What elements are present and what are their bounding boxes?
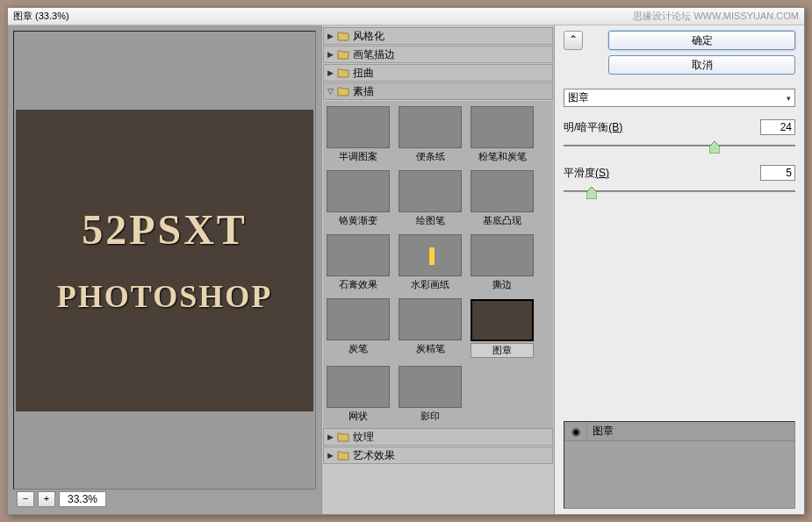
- triangle-right-icon: ▶: [327, 68, 334, 77]
- thumb-label: 基底凸现: [471, 214, 534, 227]
- slider-track-line: [564, 145, 795, 147]
- balance-label: 明/暗平衡(B): [564, 120, 622, 135]
- thumb-image: [471, 170, 534, 212]
- filter-select[interactable]: 图章 ▾: [564, 89, 795, 107]
- category-label: 素描: [353, 84, 374, 99]
- smoothness-slider[interactable]: [564, 184, 795, 198]
- filter-water-paper[interactable]: 水彩画纸: [399, 234, 462, 291]
- folder-icon: [337, 30, 349, 42]
- filter-reticulation[interactable]: 网状: [327, 366, 390, 423]
- folder-icon: [337, 48, 349, 61]
- thumb-image: [471, 106, 534, 148]
- parameters-panel: ⌃ 确定 取消 图章 ▾ 明/暗平衡(B) 24: [555, 25, 804, 514]
- balance-slider[interactable]: [564, 139, 795, 153]
- folder-icon: [337, 85, 349, 97]
- visibility-icon[interactable]: ◉: [564, 422, 587, 441]
- folder-icon: [337, 431, 349, 443]
- filter-charcoal[interactable]: 炭笔: [327, 298, 390, 359]
- preview-controls: − + 33.3%: [13, 490, 316, 509]
- zoom-out-button[interactable]: −: [17, 491, 34, 507]
- filter-graphic-pen[interactable]: 绘图笔: [399, 170, 462, 227]
- category-brush-strokes[interactable]: ▶ 画笔描边: [323, 46, 553, 63]
- thumb-label: 图章: [471, 343, 534, 358]
- thumb-image: [399, 170, 462, 212]
- category-stylize[interactable]: ▶ 风格化: [323, 27, 553, 45]
- slider-handle[interactable]: [586, 187, 597, 199]
- category-label: 艺术效果: [353, 448, 395, 463]
- effect-layer-row[interactable]: ◉ 图章: [564, 422, 794, 441]
- effect-layers-panel: ◉ 图章: [564, 421, 795, 509]
- filter-halftone-pattern[interactable]: 半调图案: [327, 106, 390, 163]
- thumb-label: 撕边: [471, 278, 534, 291]
- category-texture[interactable]: ▶ 纹理: [323, 428, 553, 446]
- thumb-label: 石膏效果: [327, 278, 390, 291]
- filter-chrome[interactable]: 铬黄渐变: [327, 170, 390, 227]
- zoom-value[interactable]: 33.3%: [59, 491, 106, 507]
- triangle-right-icon: ▶: [327, 451, 334, 460]
- effect-layer-name: 图章: [587, 424, 619, 439]
- filter-conte-crayon[interactable]: 炭精笔: [399, 298, 462, 359]
- preview-viewport[interactable]: 52PSXT PHOTOSHOP: [13, 31, 316, 490]
- thumb-image: [399, 366, 462, 408]
- balance-input[interactable]: 24: [760, 119, 795, 135]
- chevron-down-icon: ▾: [787, 94, 791, 103]
- thumb-label: 网状: [327, 410, 390, 423]
- smoothness-input[interactable]: 5: [760, 165, 795, 181]
- preview-panel: 52PSXT PHOTOSHOP − + 33.3%: [8, 25, 321, 514]
- thumb-label: 影印: [399, 410, 462, 423]
- triangle-right-icon: ▶: [327, 50, 334, 59]
- window-title: 图章 (33.3%): [13, 10, 69, 23]
- thumb-image: [327, 298, 390, 340]
- filter-photocopy[interactable]: 影印: [399, 366, 462, 423]
- triangle-right-icon: ▶: [327, 433, 334, 441]
- filter-thumbnails: 半调图案 便条纸 粉笔和炭笔 铬黄渐变 绘图笔 基底凸现 石膏效果 水彩画纸 撕…: [323, 101, 553, 428]
- filter-note-paper[interactable]: 便条纸: [399, 106, 462, 163]
- thumb-label: 水彩画纸: [399, 278, 462, 291]
- cancel-button[interactable]: 取消: [608, 55, 795, 75]
- thumb-image: [327, 170, 390, 212]
- zoom-in-button[interactable]: +: [38, 491, 55, 507]
- category-distort[interactable]: ▶ 扭曲: [323, 64, 553, 82]
- preview-text-1: 52PSXT: [82, 205, 248, 254]
- smoothness-label: 平滑度(S): [564, 166, 609, 181]
- filter-stamp[interactable]: 图章: [471, 298, 534, 359]
- thumb-label: 炭笔: [327, 342, 390, 355]
- folder-icon: [337, 449, 349, 461]
- thumb-label: 铬黄渐变: [327, 214, 390, 227]
- thumb-image: [399, 234, 462, 276]
- thumb-image: [399, 106, 462, 148]
- thumb-image: [471, 234, 534, 276]
- titlebar: 图章 (33.3%) 思缘设计论坛 WWW.MISSYUAN.COM: [8, 8, 804, 25]
- filter-plaster[interactable]: 石膏效果: [327, 234, 390, 291]
- thumb-label: 便条纸: [399, 150, 462, 163]
- filter-torn-edges[interactable]: 撕边: [471, 234, 534, 291]
- filter-select-value: 图章: [568, 90, 589, 105]
- thumb-label: 半调图案: [327, 150, 390, 163]
- ok-button[interactable]: 确定: [608, 31, 795, 50]
- thumb-image: [327, 234, 390, 276]
- chevron-up-icon: ⌃: [569, 33, 578, 46]
- thumb-label: 绘图笔: [399, 214, 462, 227]
- slider-handle[interactable]: [709, 141, 720, 154]
- category-label: 扭曲: [353, 66, 374, 81]
- folder-icon: [337, 67, 349, 79]
- dialog-content: 52PSXT PHOTOSHOP − + 33.3% ▶ 风格化 ▶ 画笔描边: [8, 25, 804, 514]
- collapse-panel-button[interactable]: ⌃: [564, 31, 583, 50]
- thumb-image: [327, 366, 390, 408]
- filter-gallery-dialog: 图章 (33.3%) 思缘设计论坛 WWW.MISSYUAN.COM 52PSX…: [7, 7, 805, 515]
- thumb-label: 炭精笔: [399, 342, 462, 355]
- thumb-image: [399, 298, 462, 340]
- thumb-image: [327, 106, 390, 148]
- filter-chalk-charcoal[interactable]: 粉笔和炭笔: [471, 106, 534, 163]
- preview-image: 52PSXT PHOTOSHOP: [16, 110, 313, 411]
- category-label: 画笔描边: [353, 47, 395, 62]
- filter-categories-panel[interactable]: ▶ 风格化 ▶ 画笔描边 ▶ 扭曲 ▽ 素描 半调图案 便条纸: [321, 25, 555, 514]
- slider-track-line: [564, 190, 795, 192]
- preview-text-2: PHOTOSHOP: [57, 278, 272, 315]
- triangle-down-icon: ▽: [327, 87, 334, 96]
- filter-bas-relief[interactable]: 基底凸现: [471, 170, 534, 227]
- parameter-controls: 图章 ▾ 明/暗平衡(B) 24 平滑度(S) 5: [564, 89, 795, 211]
- category-artistic[interactable]: ▶ 艺术效果: [323, 447, 553, 464]
- category-sketch[interactable]: ▽ 素描: [323, 82, 553, 100]
- thumb-image: [471, 299, 534, 341]
